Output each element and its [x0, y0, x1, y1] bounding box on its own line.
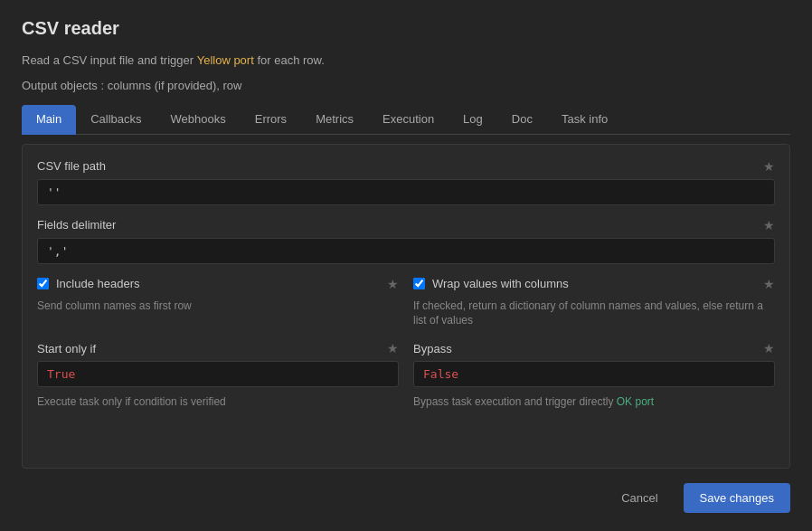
start-only-if-label-row: Start only if ★ [37, 341, 399, 356]
include-headers-left: Include headers [37, 277, 140, 290]
include-headers-header: Include headers ★ [37, 277, 399, 291]
tab-bar: Main Callbacks Webhooks Errors Metrics E… [22, 105, 790, 135]
wrap-values-checkbox[interactable] [413, 278, 425, 289]
cancel-button[interactable]: Cancel [607, 484, 672, 512]
include-headers-hint: Send column names as first row [37, 299, 399, 314]
bypass-hint-prefix: Bypass task execution and trigger direct… [413, 395, 617, 408]
bypass-hint: Bypass task execution and trigger direct… [413, 394, 775, 410]
wrap-values-star[interactable]: ★ [763, 277, 775, 291]
wrap-values-group: Wrap values with columns ★ If checked, r… [413, 277, 775, 329]
tab-callbacks[interactable]: Callbacks [76, 105, 156, 135]
wrap-values-header: Wrap values with columns ★ [413, 277, 775, 291]
start-only-if-label: Start only if [37, 342, 96, 356]
include-headers-checkbox[interactable] [37, 278, 49, 289]
bypass-label-row: Bypass ★ [413, 341, 775, 356]
fields-delimiter-label: Fields delimiter [37, 218, 116, 232]
bypass-group: Bypass ★ False Bypass task execution and… [413, 341, 775, 410]
wrap-values-label: Wrap values with columns [432, 277, 569, 290]
csv-file-path-input[interactable] [37, 179, 775, 205]
csv-reader-dialog: CSV reader Read a CSV input file and tri… [0, 0, 812, 531]
bypass-star[interactable]: ★ [763, 341, 775, 356]
desc-prefix: Read a CSV input file and trigger [22, 53, 197, 67]
tab-doc[interactable]: Doc [497, 105, 547, 135]
tab-errors[interactable]: Errors [241, 105, 301, 135]
start-only-if-group: Start only if ★ True Execute task only i… [37, 341, 399, 410]
start-only-if-value[interactable]: True [37, 361, 399, 387]
checkboxes-row: Include headers ★ Send column names as f… [37, 277, 775, 329]
desc-suffix: for each row. [254, 53, 325, 67]
dialog-description: Read a CSV input file and trigger Yellow… [22, 52, 790, 70]
bypass-value[interactable]: False [413, 361, 775, 387]
include-headers-label: Include headers [56, 277, 140, 290]
fields-delimiter-input[interactable] [37, 238, 775, 264]
include-headers-group: Include headers ★ Send column names as f… [37, 277, 399, 329]
start-only-if-star[interactable]: ★ [387, 341, 399, 356]
dialog-footer: Cancel Save changes [22, 478, 790, 513]
tab-log[interactable]: Log [448, 105, 497, 135]
fields-delimiter-group: Fields delimiter ★ [37, 218, 775, 264]
save-button[interactable]: Save changes [684, 483, 790, 513]
fields-delimiter-star[interactable]: ★ [763, 218, 775, 232]
main-content: CSV file path ★ Fields delimiter ★ Inclu… [22, 144, 790, 469]
tab-taskinfo[interactable]: Task info [547, 105, 622, 135]
csv-file-path-label: CSV file path [37, 159, 106, 173]
csv-file-path-star[interactable]: ★ [763, 159, 775, 174]
tab-main[interactable]: Main [22, 105, 76, 135]
conditions-row: Start only if ★ True Execute task only i… [37, 341, 775, 410]
ok-port-label: OK port [617, 395, 654, 408]
start-only-if-hint: Execute task only if condition is verifi… [37, 394, 399, 410]
csv-file-path-group: CSV file path ★ [37, 159, 775, 205]
tab-execution[interactable]: Execution [368, 105, 448, 135]
bypass-label: Bypass [413, 342, 452, 356]
include-headers-star[interactable]: ★ [387, 277, 399, 291]
output-line: Output objects : columns (if provided), … [22, 79, 790, 92]
yellow-port-label: Yellow port [197, 53, 254, 67]
csv-file-path-label-row: CSV file path ★ [37, 159, 775, 174]
tab-metrics[interactable]: Metrics [301, 105, 368, 135]
tab-webhooks[interactable]: Webhooks [156, 105, 241, 135]
wrap-values-hint: If checked, return a dictionary of colum… [413, 299, 775, 329]
wrap-values-left: Wrap values with columns [413, 277, 569, 290]
fields-delimiter-label-row: Fields delimiter ★ [37, 218, 775, 232]
dialog-title: CSV reader [22, 18, 790, 39]
